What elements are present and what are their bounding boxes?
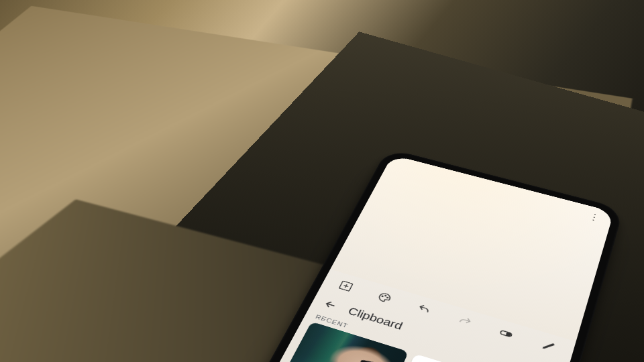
redo-button[interactable] xyxy=(452,312,477,332)
photo-scene: ⋮ xyxy=(0,0,644,362)
add-button[interactable] xyxy=(333,277,358,296)
svg-point-3 xyxy=(387,297,388,298)
toggle-button[interactable] xyxy=(494,324,519,344)
svg-point-1 xyxy=(382,296,383,297)
draw-button[interactable] xyxy=(536,336,561,357)
arrow-left-icon xyxy=(321,298,340,312)
clip-text-content: 5,000mAh 45W Fast Charging 15W Wireless … xyxy=(396,354,549,362)
svg-point-2 xyxy=(385,295,386,296)
overflow-menu-button[interactable]: ⋮ xyxy=(584,209,604,225)
palette-button[interactable] xyxy=(372,288,397,307)
toggle-icon xyxy=(497,326,515,341)
more-vert-icon: ⋮ xyxy=(587,212,601,223)
clip-text-card[interactable]: 5,000mAh 45W Fast Charging 15W Wireless … xyxy=(390,354,549,362)
pencil-icon xyxy=(539,339,557,354)
palette-icon xyxy=(376,291,394,305)
undo-icon xyxy=(415,302,433,316)
undo-button[interactable] xyxy=(412,300,437,319)
add-box-icon xyxy=(337,280,355,293)
redo-icon xyxy=(455,314,474,329)
